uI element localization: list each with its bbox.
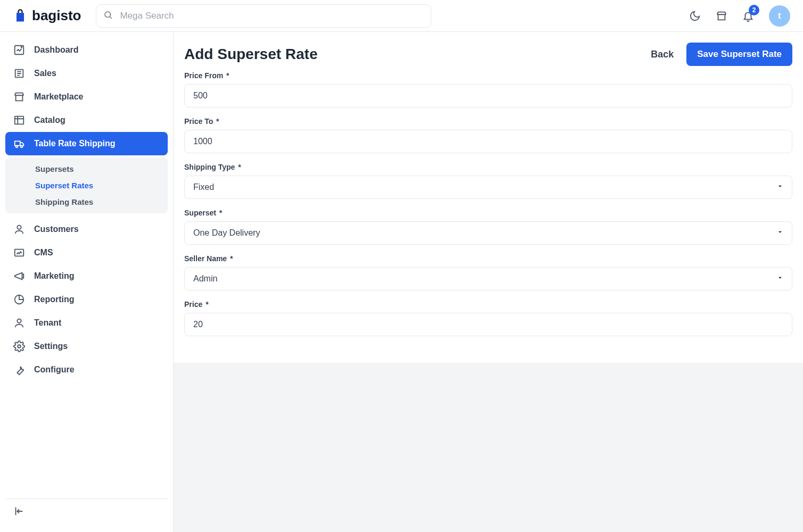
topbar: bagisto 2 t xyxy=(0,0,803,32)
dashboard-icon xyxy=(13,44,26,56)
search-input[interactable] xyxy=(96,4,431,28)
sidebar-subitem-superset-rates[interactable]: Superset Rates xyxy=(5,177,168,194)
gear-icon xyxy=(13,340,26,352)
sidebar-item-tenant[interactable]: Tenant xyxy=(5,311,168,335)
notifications-badge: 2 xyxy=(749,5,759,15)
label-price-from: Price From * xyxy=(184,71,792,80)
sidebar-item-label: Sales xyxy=(34,69,56,78)
topbar-actions: 2 t xyxy=(689,5,790,27)
svg-point-11 xyxy=(18,345,21,348)
sidebar-item-settings[interactable]: Settings xyxy=(5,335,168,358)
sidebar-item-catalog[interactable]: Catalog xyxy=(5,109,168,132)
bag-icon xyxy=(13,9,28,23)
save-button[interactable]: Save Superset Rate xyxy=(686,43,792,66)
customers-icon xyxy=(13,223,26,235)
field-price-from: Price From * xyxy=(184,71,792,107)
label-superset: Superset * xyxy=(184,209,792,217)
sidebar: Dashboard Sales Marketplace Catalog Tabl xyxy=(0,32,174,532)
input-price-to[interactable] xyxy=(184,130,792,153)
sidebar-subnav: Supersets Superset Rates Shipping Rates xyxy=(5,157,168,213)
sidebar-subitem-label: Superset Rates xyxy=(35,181,93,190)
reporting-icon xyxy=(13,294,26,305)
svg-point-5 xyxy=(16,146,18,148)
svg-rect-4 xyxy=(15,117,24,124)
select-shipping-type[interactable] xyxy=(184,176,792,199)
sidebar-item-cms[interactable]: CMS xyxy=(5,241,168,264)
label-seller-name: Seller Name * xyxy=(184,254,792,263)
sidebar-item-dashboard[interactable]: Dashboard xyxy=(5,38,168,62)
input-price-from[interactable] xyxy=(184,84,792,107)
sidebar-item-marketplace[interactable]: Marketplace xyxy=(5,85,168,109)
sidebar-item-label: Reporting xyxy=(34,295,75,304)
search-wrap xyxy=(96,4,431,28)
sidebar-item-label: Dashboard xyxy=(34,45,79,55)
svg-point-0 xyxy=(105,12,111,18)
storefront-icon[interactable] xyxy=(716,10,727,22)
sidebar-item-marketing[interactable]: Marketing xyxy=(5,264,168,288)
brand-name: bagisto xyxy=(32,7,81,24)
page-head: Add Superset Rate Back Save Superset Rat… xyxy=(184,43,792,66)
sidebar-item-customers[interactable]: Customers xyxy=(5,218,168,241)
field-shipping-type: Shipping Type * xyxy=(184,163,792,199)
sidebar-item-label: Marketing xyxy=(34,271,75,281)
brand-logo[interactable]: bagisto xyxy=(13,7,81,24)
collapse-sidebar-icon[interactable] xyxy=(13,505,24,517)
wrench-icon xyxy=(13,364,26,376)
sidebar-item-label: Configure xyxy=(34,365,75,375)
avatar-initial: t xyxy=(778,11,781,21)
svg-point-6 xyxy=(21,146,23,148)
cms-icon xyxy=(13,247,26,259)
svg-point-2 xyxy=(21,47,22,48)
label-shipping-type: Shipping Type * xyxy=(184,163,792,171)
select-superset[interactable] xyxy=(184,221,792,245)
back-link[interactable]: Back xyxy=(651,49,674,60)
label-price-to: Price To * xyxy=(184,117,792,126)
search-icon xyxy=(103,10,113,22)
sidebar-subitem-label: Shipping Rates xyxy=(35,197,93,206)
sidebar-item-configure[interactable]: Configure xyxy=(5,358,168,381)
sidebar-item-label: Catalog xyxy=(34,115,65,125)
sidebar-item-label: Marketplace xyxy=(34,92,84,102)
sidebar-subitem-label: Supersets xyxy=(35,164,74,173)
field-price-to: Price To * xyxy=(184,117,792,153)
tenant-icon xyxy=(13,317,26,329)
content-card: Add Superset Rate Back Save Superset Rat… xyxy=(174,32,803,363)
page-title: Add Superset Rate xyxy=(184,46,318,63)
avatar[interactable]: t xyxy=(769,5,790,27)
empty-area xyxy=(174,363,803,532)
sales-icon xyxy=(13,68,26,79)
sidebar-subitem-supersets[interactable]: Supersets xyxy=(5,161,168,177)
sidebar-footer xyxy=(5,498,168,526)
svg-point-10 xyxy=(17,319,21,323)
page-actions: Back Save Superset Rate xyxy=(651,43,792,66)
catalog-icon xyxy=(13,114,26,126)
marketing-icon xyxy=(13,270,26,282)
main: Add Superset Rate Back Save Superset Rat… xyxy=(174,32,803,532)
dark-mode-icon[interactable] xyxy=(689,10,701,22)
svg-point-7 xyxy=(17,226,21,229)
sidebar-subitem-shipping-rates[interactable]: Shipping Rates xyxy=(5,194,168,210)
marketplace-icon xyxy=(13,91,26,103)
select-seller-name[interactable] xyxy=(184,267,792,290)
sidebar-item-sales[interactable]: Sales xyxy=(5,62,168,85)
label-price: Price * xyxy=(184,300,792,309)
field-seller-name: Seller Name * xyxy=(184,254,792,290)
notifications-icon[interactable]: 2 xyxy=(742,10,754,22)
field-price: Price * xyxy=(184,300,792,336)
sidebar-item-reporting[interactable]: Reporting xyxy=(5,288,168,311)
sidebar-item-label: CMS xyxy=(34,248,53,257)
sidebar-item-label: Tenant xyxy=(34,318,61,328)
sidebar-item-label: Settings xyxy=(34,342,68,351)
sidebar-item-label: Table Rate Shipping xyxy=(34,139,116,148)
sidebar-item-label: Customers xyxy=(34,225,79,234)
input-price[interactable] xyxy=(184,313,792,336)
shipping-icon xyxy=(13,138,26,149)
svg-rect-8 xyxy=(15,250,24,256)
field-superset: Superset * xyxy=(184,209,792,245)
sidebar-item-table-rate-shipping[interactable]: Table Rate Shipping xyxy=(5,132,168,155)
